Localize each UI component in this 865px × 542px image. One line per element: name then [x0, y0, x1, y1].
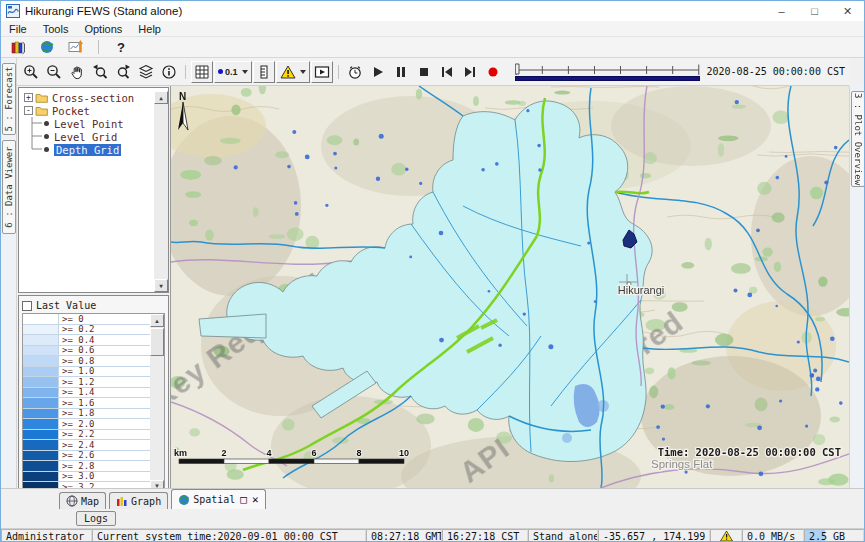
warning-icon: [720, 530, 733, 542]
legend-label: >= 1.0: [59, 367, 150, 377]
legend-row[interactable]: >= 1.0: [23, 367, 150, 378]
tree-scrollbar[interactable]: ▲ ▼: [154, 91, 168, 292]
menu-tools[interactable]: Tools: [35, 23, 77, 35]
legend-label: >= 0.6: [59, 346, 150, 356]
tree-node-level-grid[interactable]: Level Grid: [19, 130, 154, 143]
toolbar-separator: [185, 65, 186, 79]
status-memory: 2.5 GB: [804, 529, 864, 542]
legend-row[interactable]: >= 1.8: [23, 409, 150, 420]
menu-file[interactable]: File: [1, 23, 35, 35]
tree-node-cross-section[interactable]: + Cross-section: [19, 91, 154, 104]
legend-label: >= 1.8: [59, 409, 150, 419]
archive-button[interactable]: [7, 36, 29, 58]
stop-button[interactable]: [413, 61, 435, 83]
legend-swatch: [23, 398, 59, 408]
legend-row[interactable]: >= 0.2: [23, 325, 150, 336]
menu-help[interactable]: Help: [130, 23, 169, 35]
zoom-previous-button[interactable]: [89, 61, 111, 83]
time-range-bar: [515, 76, 700, 81]
legend-swatch: [23, 367, 59, 377]
legend-label: >= 2.4: [59, 440, 150, 450]
toolbar-separator: [338, 65, 339, 79]
legend-swatch: [23, 451, 59, 461]
tab-data-viewer[interactable]: 6 : Data Viewer: [2, 140, 16, 234]
legend-row[interactable]: >= 0: [23, 314, 150, 325]
time-slider[interactable]: [515, 62, 700, 81]
legend-label: >= 0.4: [59, 335, 150, 345]
last-value-checkbox[interactable]: [22, 301, 32, 311]
minimize-button[interactable]: –: [765, 1, 798, 21]
tab-forecast[interactable]: 5 : Forecast: [2, 63, 16, 135]
legend-row[interactable]: >= 1.2: [23, 377, 150, 388]
close-view-icon[interactable]: ✕: [252, 493, 259, 506]
record-button[interactable]: [482, 61, 504, 83]
tab-map[interactable]: Map: [59, 492, 106, 509]
pan-button[interactable]: [66, 61, 88, 83]
legend-row[interactable]: >= 2.0: [23, 419, 150, 430]
tab-graph[interactable]: Graph: [109, 492, 168, 509]
tab-logs[interactable]: Logs: [76, 511, 116, 526]
warnings-dropdown[interactable]: [276, 61, 310, 83]
legend-row[interactable]: >= 1.6: [23, 398, 150, 409]
scroll-up-icon[interactable]: ▲: [154, 91, 168, 104]
tree-node-depth-grid[interactable]: Depth Grid: [19, 143, 154, 156]
legend-row[interactable]: >= 2.8: [23, 461, 150, 472]
tree-node-level-point[interactable]: Level Point: [19, 117, 154, 130]
time-slider-thumb[interactable]: [515, 64, 519, 74]
time-slider-track[interactable]: [515, 62, 700, 75]
bullet-icon: [44, 147, 49, 152]
close-button[interactable]: ✕: [831, 1, 864, 21]
menu-options[interactable]: Options: [76, 23, 130, 35]
status-system-time: Current system time:2020-09-01 00:00 CST: [92, 529, 366, 542]
play-button[interactable]: [367, 61, 389, 83]
maximize-button[interactable]: □: [798, 1, 831, 21]
legend-row[interactable]: >= 0.4: [23, 335, 150, 346]
timeseries-chart-button[interactable]: [65, 36, 87, 58]
skip-to-start-button[interactable]: [436, 61, 458, 83]
collapse-icon[interactable]: -: [24, 106, 33, 115]
legend-row[interactable]: >= 2.6: [23, 451, 150, 462]
legend-label: >= 0.2: [59, 325, 150, 335]
svg-text:10: 10: [399, 448, 409, 458]
bullet-icon: [44, 134, 49, 139]
info-button[interactable]: [158, 61, 180, 83]
pause-button[interactable]: [390, 61, 412, 83]
classification-button[interactable]: [253, 61, 275, 83]
map-canvas[interactable]: API Key Required API Key Required: [171, 86, 849, 488]
globe-button[interactable]: [36, 36, 58, 58]
scroll-down-icon[interactable]: ▼: [154, 279, 168, 292]
tab-spatial[interactable]: Spatial □ ✕: [171, 489, 265, 509]
expand-icon[interactable]: +: [24, 93, 33, 102]
legend-row[interactable]: >= 0.6: [23, 346, 150, 357]
legend-label: >= 0.8: [59, 356, 150, 366]
tab-plot-overview[interactable]: 3 : Plot Overview: [851, 91, 865, 187]
legend-row[interactable]: >= 2.2: [23, 430, 150, 441]
tree-connector: [29, 130, 43, 143]
interval-dropdown[interactable]: 0.1: [214, 61, 252, 83]
toolbar-separator: [98, 40, 99, 54]
timer-button[interactable]: [344, 61, 366, 83]
scroll-up-icon[interactable]: ▲: [150, 314, 164, 327]
status-warning[interactable]: [710, 529, 742, 542]
left-tab-strip: 5 : Forecast 6 : Data Viewer: [1, 58, 17, 488]
zoom-next-button[interactable]: [112, 61, 134, 83]
legend-scrollbar[interactable]: ▲ ▼: [150, 314, 164, 493]
skip-to-end-button[interactable]: [459, 61, 481, 83]
animation-button[interactable]: [311, 61, 333, 83]
zoom-out-button[interactable]: [43, 61, 65, 83]
scroll-thumb[interactable]: [150, 328, 164, 356]
zoom-in-button[interactable]: [20, 61, 42, 83]
legend-row[interactable]: >= 0.8: [23, 356, 150, 367]
layers-button[interactable]: [135, 61, 157, 83]
restore-view-icon[interactable]: □: [240, 493, 247, 506]
logs-row: Logs: [1, 509, 864, 528]
tree-node-pocket[interactable]: - Pocket: [19, 104, 154, 117]
svg-text:6: 6: [311, 448, 316, 458]
grid-toggle-button[interactable]: [191, 61, 213, 83]
legend-row[interactable]: >= 2.4: [23, 440, 150, 451]
current-datetime: 2020-08-25 00:00:00 CST: [707, 66, 845, 77]
svg-text:4: 4: [266, 448, 271, 458]
help-button[interactable]: ?: [110, 36, 132, 58]
legend-row[interactable]: >= 3.0: [23, 472, 150, 483]
legend-row[interactable]: >= 1.4: [23, 388, 150, 399]
